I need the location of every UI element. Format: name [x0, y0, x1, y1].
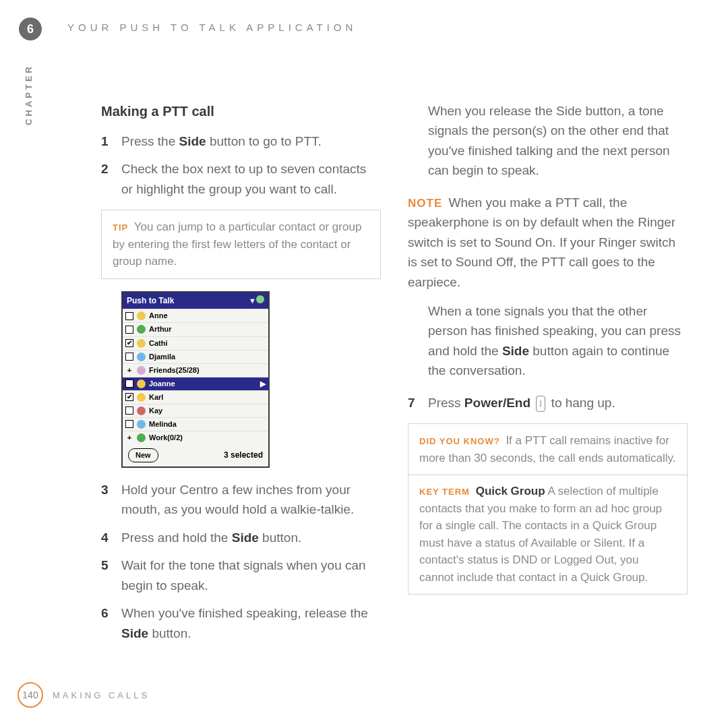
checkbox[interactable]: ✔: [125, 380, 133, 388]
paragraph: When you release the Side button, a tone…: [408, 101, 688, 181]
text: Press the: [121, 134, 179, 148]
status-icon: [137, 311, 146, 320]
note-paragraph: NOTE When you make a PTT call, the speak…: [408, 193, 688, 292]
step-6: 6 When you've finished speaking, release…: [101, 603, 381, 643]
expand-icon: +: [125, 432, 133, 444]
note-label: NOTE: [408, 197, 442, 210]
text: Press and hold the: [121, 530, 232, 545]
note-text: When you make a PTT call, the speakerpho…: [408, 195, 675, 289]
contact-row[interactable]: Melinda: [123, 417, 268, 431]
contact-row[interactable]: Anne: [123, 309, 268, 322]
step-list-right: 7 Press Power/End ⁞ to hang up.: [408, 393, 688, 413]
checkbox[interactable]: [125, 420, 133, 428]
key-term-text: A selection of multiple contacts that yo…: [419, 485, 662, 584]
step-list: 1 Press the Side button to go to PTT. 2 …: [101, 131, 381, 199]
status-icon: [137, 366, 146, 375]
step-text: Press the Side button to go to PTT.: [121, 131, 381, 151]
contact-name: Joanne: [149, 378, 175, 390]
contact-row[interactable]: ✔Cathi: [123, 336, 268, 350]
status-icon: [137, 325, 146, 334]
text: Press: [428, 396, 464, 410]
status-icon: [137, 433, 146, 442]
step-4: 4 Press and hold the Side button.: [101, 528, 381, 547]
expand-icon: +: [125, 365, 133, 376]
step-1: 1 Press the Side button to go to PTT.: [101, 131, 381, 151]
tip-text: You can jump to a particular contact or …: [113, 220, 361, 268]
phone-footer: New 3 selected: [123, 444, 268, 466]
page-footer: 140 MAKING CALLS: [18, 682, 150, 708]
page-number: 140: [18, 682, 43, 708]
dropdown-arrow-icon: ▼: [249, 297, 256, 305]
phone-screenshot: Push to Talk ▼ AnneArthur✔CathiDjamila+F…: [121, 291, 270, 468]
step-number: 3: [101, 480, 121, 520]
text: button.: [148, 626, 191, 640]
status-icon: [137, 380, 146, 388]
step-number: 5: [101, 555, 121, 595]
contact-row[interactable]: Arthur: [123, 322, 268, 336]
contact-name: Cathi: [149, 338, 168, 349]
checkbox[interactable]: [125, 353, 133, 361]
contact-name: Friends(25/28): [149, 365, 200, 376]
contact-row[interactable]: +Friends(25/28): [123, 363, 268, 377]
step-2: 2 Check the box next to up to seven cont…: [101, 159, 381, 199]
phone-header: Push to Talk ▼: [123, 293, 268, 309]
phone-title: Push to Talk: [127, 295, 174, 307]
key-term-box: KEY TERM Quick Group A selection of mult…: [408, 475, 688, 595]
contact-name: Work(0/2): [149, 432, 183, 444]
checkbox[interactable]: ✔: [125, 339, 133, 347]
bold: Side: [179, 134, 206, 148]
bold: Side: [502, 344, 529, 358]
contact-row[interactable]: Kay: [123, 404, 268, 417]
step-number: 2: [101, 159, 121, 199]
bold: Side: [121, 626, 148, 640]
step-number: 4: [101, 528, 121, 547]
contact-row[interactable]: ✔Karl: [123, 390, 268, 404]
contact-row[interactable]: ✔Joanne▶: [123, 377, 268, 390]
step-5: 5 Wait for the tone that signals when yo…: [101, 555, 381, 595]
bold: Side: [232, 530, 259, 545]
text: button to go to PTT.: [206, 134, 322, 148]
status-icon: [137, 353, 146, 361]
checkbox[interactable]: [125, 326, 133, 334]
right-column: When you release the Side button, a tone…: [408, 101, 688, 651]
paragraph: When a tone signals you that the other p…: [408, 301, 688, 381]
checkbox[interactable]: [125, 406, 133, 415]
status-dot-icon: [256, 295, 264, 303]
tip-label: TIP: [113, 222, 128, 233]
left-column: Making a PTT call 1 Press the Side butto…: [101, 101, 381, 651]
contact-name: Melinda: [149, 419, 177, 430]
status-icon: [137, 420, 146, 429]
chapter-side-label: CHAPTER: [24, 64, 34, 125]
power-end-icon: ⁞: [536, 396, 545, 412]
status-icon: [137, 393, 146, 402]
page-header-title: YOUR PUSH TO TALK APPLICATION: [67, 22, 357, 33]
contact-name: Kay: [149, 405, 162, 417]
step-number: 7: [408, 393, 428, 413]
new-button[interactable]: New: [128, 448, 158, 462]
contact-name: Karl: [149, 392, 163, 403]
tip-box: TIP You can jump to a particular contact…: [101, 210, 381, 279]
step-text: When you've finished speaking, release t…: [121, 603, 381, 643]
checkbox[interactable]: [125, 312, 133, 320]
text: to hang up.: [551, 396, 615, 410]
key-term-bold: Quick Group: [473, 485, 545, 497]
main-content: Making a PTT call 1 Press the Side butto…: [47, 101, 688, 651]
step-3: 3 Hold your Centro a few inches from you…: [101, 480, 381, 520]
selected-count: 3 selected: [224, 449, 263, 462]
checkbox[interactable]: ✔: [125, 393, 133, 401]
did-you-know-box: DID YOU KNOW? If a PTT call remains inac…: [408, 423, 688, 475]
chapter-number-badge: 6: [19, 18, 42, 40]
key-term-label: KEY TERM: [419, 487, 470, 497]
bold: Power/End: [464, 396, 530, 410]
step-number: 1: [101, 131, 121, 151]
step-text: Press and hold the Side button.: [121, 528, 381, 547]
contact-name: Arthur: [149, 324, 172, 335]
chevron-right-icon: ▶: [260, 378, 266, 390]
step-number: 6: [101, 603, 121, 643]
contact-row[interactable]: Djamila: [123, 350, 268, 363]
dyk-label: DID YOU KNOW?: [419, 436, 500, 446]
contact-row[interactable]: +Work(0/2): [123, 431, 268, 444]
text: When you've finished speaking, release t…: [121, 606, 368, 620]
text: button.: [259, 530, 301, 545]
status-icon: [137, 406, 146, 415]
